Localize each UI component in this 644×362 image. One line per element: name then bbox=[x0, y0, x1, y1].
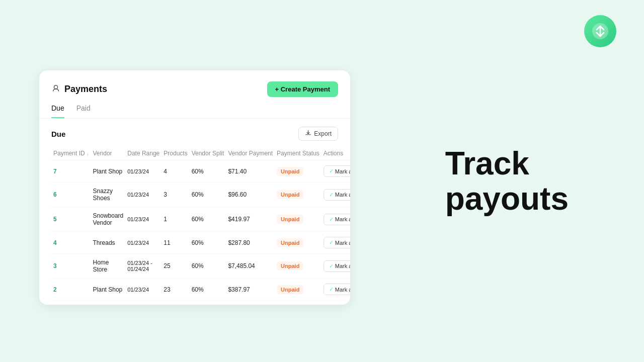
vendor-split-cell: 60% bbox=[190, 232, 226, 254]
table-row: 3 Home Store 01/23/24 - 01/24/24 25 60% … bbox=[51, 254, 350, 279]
vendor-cell: Snowboard Vendor bbox=[91, 207, 126, 232]
payments-icon bbox=[51, 83, 60, 95]
payment-id-link[interactable]: 4 bbox=[53, 239, 57, 246]
payment-id-link[interactable]: 3 bbox=[53, 262, 57, 269]
date-range-cell: 01/23/24 - 01/24/24 bbox=[125, 254, 162, 279]
products-cell: 3 bbox=[162, 183, 189, 207]
card-title: Payments bbox=[51, 83, 107, 95]
products-cell: 23 bbox=[162, 279, 189, 301]
mark-as-paid-button[interactable]: ✓ Mark as Paid bbox=[324, 165, 350, 177]
mark-as-paid-button[interactable]: ✓ Mark as Paid bbox=[324, 284, 350, 295]
col-actions: Actions bbox=[321, 147, 350, 160]
brand-logo bbox=[584, 15, 616, 47]
col-products: Products bbox=[162, 147, 189, 160]
actions-cell: ✓ Mark as Paid bbox=[321, 207, 350, 232]
table-row: 6 Snazzy Shoes 01/23/24 3 60% $96.60 Unp… bbox=[51, 183, 350, 207]
due-title: Due bbox=[51, 130, 65, 138]
tabs-container: Due Paid bbox=[39, 97, 350, 119]
actions-cell: ✓ Mark as Paid bbox=[321, 279, 350, 301]
unpaid-badge: Unpaid bbox=[277, 261, 303, 270]
payment-status-cell: Unpaid bbox=[275, 160, 321, 183]
date-range-cell: 01/23/24 bbox=[125, 160, 162, 183]
vendor-cell: Plant Shop bbox=[91, 279, 126, 301]
tab-paid[interactable]: Paid bbox=[76, 104, 91, 118]
vendor-cell: Plant Shop bbox=[91, 160, 126, 183]
vendor-cell: Threads bbox=[91, 232, 126, 254]
due-section: Due Export Payment ID ↓ Vendor bbox=[39, 119, 350, 305]
payment-status-cell: Unpaid bbox=[275, 207, 321, 232]
payment-id-link[interactable]: 6 bbox=[53, 191, 57, 198]
vendor-split-cell: 60% bbox=[190, 254, 226, 279]
table-row: 2 Plant Shop 01/23/24 23 60% $387.97 Unp… bbox=[51, 279, 350, 301]
export-icon bbox=[305, 130, 311, 138]
col-date-range: Date Range bbox=[125, 147, 162, 160]
date-range-cell: 01/23/24 bbox=[125, 232, 162, 254]
products-cell: 25 bbox=[162, 254, 189, 279]
actions-cell: ✓ Mark as Paid bbox=[321, 254, 350, 279]
card-header: Payments + Create Payment bbox=[39, 70, 350, 97]
svg-point-1 bbox=[54, 85, 57, 89]
vendor-payment-cell: $71.40 bbox=[226, 160, 275, 183]
date-range-cell: 01/23/24 bbox=[125, 183, 162, 207]
actions-cell: ✓ Mark as Paid bbox=[321, 160, 350, 183]
vendor-payment-cell: $96.60 bbox=[226, 183, 275, 207]
payments-title: Payments bbox=[64, 84, 107, 95]
vendor-split-cell: 60% bbox=[190, 160, 226, 183]
col-payment-status: Payment Status bbox=[275, 147, 321, 160]
create-payment-button[interactable]: + Create Payment bbox=[267, 81, 338, 97]
unpaid-badge: Unpaid bbox=[277, 167, 303, 176]
check-icon: ✓ bbox=[329, 216, 334, 223]
table-row: 5 Snowboard Vendor 01/23/24 1 60% $419.9… bbox=[51, 207, 350, 232]
products-cell: 1 bbox=[162, 207, 189, 232]
actions-cell: ✓ Mark as Paid bbox=[321, 183, 350, 207]
payments-table: Payment ID ↓ Vendor Date Range Products … bbox=[51, 147, 350, 301]
payment-status-cell: Unpaid bbox=[275, 232, 321, 254]
check-icon: ✓ bbox=[329, 192, 334, 198]
unpaid-badge: Unpaid bbox=[277, 190, 303, 199]
col-vendor: Vendor bbox=[91, 147, 126, 160]
mark-as-paid-button[interactable]: ✓ Mark as Paid bbox=[324, 189, 350, 201]
vendor-split-cell: 60% bbox=[190, 279, 226, 301]
unpaid-badge: Unpaid bbox=[277, 238, 303, 247]
payments-card: Payments + Create Payment Due Paid Due E… bbox=[39, 70, 350, 305]
col-vendor-payment: Vendor Payment bbox=[226, 147, 275, 160]
payment-id-link[interactable]: 7 bbox=[53, 168, 57, 175]
table-row: 7 Plant Shop 01/23/24 4 60% $71.40 Unpai… bbox=[51, 160, 350, 183]
vendor-cell: Snazzy Shoes bbox=[91, 183, 126, 207]
due-header: Due Export bbox=[51, 127, 338, 141]
unpaid-badge: Unpaid bbox=[277, 215, 303, 224]
vendor-payment-cell: $287.80 bbox=[226, 232, 275, 254]
table-row: 4 Threads 01/23/24 11 60% $287.80 Unpaid… bbox=[51, 232, 350, 254]
vendor-payment-cell: $387.97 bbox=[226, 279, 275, 301]
vendor-split-cell: 60% bbox=[190, 183, 226, 207]
export-button[interactable]: Export bbox=[298, 127, 338, 141]
payment-status-cell: Unpaid bbox=[275, 279, 321, 301]
vendor-cell: Home Store bbox=[91, 254, 126, 279]
payment-id-link[interactable]: 2 bbox=[53, 286, 57, 293]
track-payouts-text: Track payouts bbox=[445, 146, 569, 217]
date-range-cell: 01/23/24 bbox=[125, 207, 162, 232]
vendor-payment-cell: $7,485.04 bbox=[226, 254, 275, 279]
actions-cell: ✓ Mark as Paid bbox=[321, 232, 350, 254]
col-vendor-split: Vendor Split bbox=[190, 147, 226, 160]
tab-due[interactable]: Due bbox=[51, 104, 64, 118]
mark-as-paid-button[interactable]: ✓ Mark as Paid bbox=[324, 237, 350, 248]
check-icon: ✓ bbox=[329, 168, 334, 174]
products-cell: 4 bbox=[162, 160, 189, 183]
check-icon: ✓ bbox=[329, 286, 334, 293]
unpaid-badge: Unpaid bbox=[277, 285, 303, 294]
date-range-cell: 01/23/24 bbox=[125, 279, 162, 301]
payment-status-cell: Unpaid bbox=[275, 254, 321, 279]
col-payment-id: Payment ID ↓ bbox=[51, 147, 91, 160]
mark-as-paid-button[interactable]: ✓ Mark as Paid bbox=[324, 260, 350, 272]
check-icon: ✓ bbox=[329, 263, 334, 269]
mark-as-paid-button[interactable]: ✓ Mark as Paid bbox=[324, 214, 350, 225]
payment-id-link[interactable]: 5 bbox=[53, 216, 57, 223]
vendor-payment-cell: $419.97 bbox=[226, 207, 275, 232]
check-icon: ✓ bbox=[329, 239, 334, 246]
products-cell: 11 bbox=[162, 232, 189, 254]
vendor-split-cell: 60% bbox=[190, 207, 226, 232]
payment-status-cell: Unpaid bbox=[275, 183, 321, 207]
